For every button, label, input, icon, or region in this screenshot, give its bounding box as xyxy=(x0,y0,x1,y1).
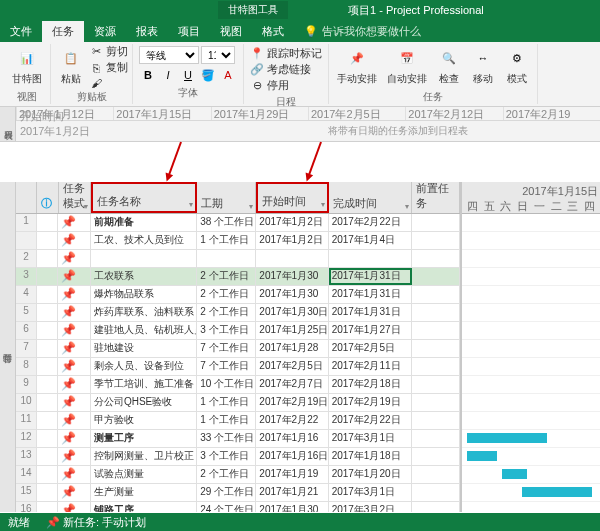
cell-name[interactable]: 控制网测量、卫片校正 xyxy=(91,448,197,465)
cell-indicator[interactable] xyxy=(37,466,58,483)
cell-indicator[interactable] xyxy=(37,394,58,411)
cell-end[interactable]: 2017年3月1日 xyxy=(329,484,413,501)
cell-start[interactable]: 2017年1月30 xyxy=(256,502,328,512)
cell-name[interactable]: 驻地建设 xyxy=(91,340,197,357)
cell-indicator[interactable] xyxy=(37,214,58,231)
gantt-bar[interactable] xyxy=(502,469,527,479)
cell-duration[interactable]: 33 个工作日 xyxy=(197,430,256,447)
cell-mode[interactable]: 📌 xyxy=(58,322,91,339)
cell-duration[interactable]: 3 个工作日 xyxy=(197,448,256,465)
cell-pred[interactable] xyxy=(412,502,460,512)
cell-indicator[interactable] xyxy=(37,412,58,429)
col-task-mode[interactable]: 任务模式▾ xyxy=(59,182,92,213)
mode-button[interactable]: ⚙模式 xyxy=(501,44,533,88)
cell-pred[interactable] xyxy=(412,376,460,393)
cell-rownum[interactable]: 11 xyxy=(16,412,37,429)
cell-indicator[interactable] xyxy=(37,484,58,501)
cell-mode[interactable]: 📌 xyxy=(58,376,91,393)
cell-rownum[interactable]: 12 xyxy=(16,430,37,447)
cell-mode[interactable]: 📌 xyxy=(58,466,91,483)
track-mark-button[interactable]: 📍跟踪时标记 xyxy=(250,46,322,61)
cell-start[interactable]: 2017年1月16 xyxy=(256,430,328,447)
cell-start[interactable]: 2017年1月30 xyxy=(256,286,328,303)
cell-end[interactable] xyxy=(329,250,413,267)
cell-start[interactable]: 2017年1月21 xyxy=(256,484,328,501)
cell-end[interactable]: 2017年1月31日 xyxy=(329,286,413,303)
cell-name[interactable]: 炸药库联系、油料联系 xyxy=(91,304,197,321)
cell-mode[interactable]: 📌 xyxy=(58,286,91,303)
cell-start[interactable]: 2017年1月30 xyxy=(256,268,328,285)
copy-button[interactable]: ⎘复制 xyxy=(89,60,128,75)
cell-end[interactable]: 2017年2月5日 xyxy=(329,340,413,357)
cell-rownum[interactable]: 1 xyxy=(16,214,37,231)
cell-start[interactable]: 2017年1月19 xyxy=(256,466,328,483)
cell-start[interactable]: 2017年1月2日 xyxy=(256,232,328,249)
cell-rownum[interactable]: 9 xyxy=(16,376,37,393)
table-row[interactable]: 15📌生产测量29 个工作日2017年1月212017年3月1日 xyxy=(16,484,460,502)
cell-indicator[interactable] xyxy=(37,232,58,249)
cell-duration[interactable]: 1 个工作日 xyxy=(197,412,256,429)
cell-duration[interactable]: 38 个工作日 xyxy=(197,214,256,231)
manual-schedule-button[interactable]: 📌手动安排 xyxy=(333,44,381,88)
cell-end[interactable]: 2017年2月11日 xyxy=(329,358,413,375)
tab-project[interactable]: 项目 xyxy=(168,21,210,42)
cell-mode[interactable]: 📌 xyxy=(58,340,91,357)
cell-indicator[interactable] xyxy=(37,340,58,357)
cell-end[interactable]: 2017年1月31日 xyxy=(329,304,413,321)
tab-resource[interactable]: 资源 xyxy=(84,21,126,42)
tab-view[interactable]: 视图 xyxy=(210,21,252,42)
cell-mode[interactable]: 📌 xyxy=(58,394,91,411)
cell-pred[interactable] xyxy=(412,304,460,321)
cell-pred[interactable] xyxy=(412,466,460,483)
table-row[interactable]: 📌工农、技术人员到位1 个工作日2017年1月2日2017年1月4日 xyxy=(16,232,460,250)
cell-indicator[interactable] xyxy=(37,448,58,465)
cell-duration[interactable]: 29 个工作日 xyxy=(197,484,256,501)
cell-start[interactable]: 2017年1月25日 xyxy=(256,322,328,339)
cell-rownum[interactable]: 5 xyxy=(16,304,37,321)
table-row[interactable]: 14📌试验点测量2 个工作日2017年1月192017年1月20日 xyxy=(16,466,460,484)
col-finish[interactable]: 完成时间▾ xyxy=(329,182,413,213)
cell-name[interactable]: 剩余人员、设备到位 xyxy=(91,358,197,375)
cell-pred[interactable] xyxy=(412,322,460,339)
table-row[interactable]: 2📌 xyxy=(16,250,460,268)
cell-end[interactable]: 2017年1月31日 xyxy=(329,268,413,285)
col-rownum[interactable] xyxy=(16,182,37,213)
cell-name[interactable]: 生产测量 xyxy=(91,484,197,501)
cell-start[interactable]: 2017年1月16日 xyxy=(256,448,328,465)
cell-duration[interactable]: 24 个工作日 xyxy=(197,502,256,512)
respect-links-button[interactable]: 🔗考虑链接 xyxy=(250,62,322,77)
cell-pred[interactable] xyxy=(412,394,460,411)
cell-name[interactable]: 测量工序 xyxy=(91,430,197,447)
cell-rownum[interactable]: 14 xyxy=(16,466,37,483)
cell-mode[interactable]: 📌 xyxy=(58,250,91,267)
cell-name[interactable]: 建驻地人员、钻机班人员到位 xyxy=(91,322,197,339)
table-row[interactable]: 1📌前期准备38 个工作日2017年1月2日2017年2月22日 xyxy=(16,214,460,232)
cell-mode[interactable]: 📌 xyxy=(58,268,91,285)
cell-name[interactable]: 工农、技术人员到位 xyxy=(91,232,197,249)
cell-start[interactable]: 2017年2月7日 xyxy=(256,376,328,393)
gantt-bar[interactable] xyxy=(467,451,497,461)
cell-rownum[interactable]: 13 xyxy=(16,448,37,465)
cell-mode[interactable]: 📌 xyxy=(58,304,91,321)
cell-name[interactable]: 分公司QHSE验收 xyxy=(91,394,197,411)
tab-report[interactable]: 报表 xyxy=(126,21,168,42)
cell-start[interactable]: 2017年1月30日 xyxy=(256,304,328,321)
col-duration[interactable]: 工期▾ xyxy=(197,182,256,213)
cell-rownum[interactable]: 8 xyxy=(16,358,37,375)
cell-duration[interactable]: 10 个工作日 xyxy=(197,376,256,393)
tab-format[interactable]: 格式 xyxy=(252,21,294,42)
cell-end[interactable]: 2017年2月22日 xyxy=(329,214,413,231)
cell-pred[interactable] xyxy=(412,358,460,375)
cell-rownum[interactable]: 4 xyxy=(16,286,37,303)
table-row[interactable]: 8📌剩余人员、设备到位7 个工作日2017年2月5日2017年2月11日 xyxy=(16,358,460,376)
underline-button[interactable]: U xyxy=(179,66,197,84)
col-start[interactable]: 开始时间▾ xyxy=(256,182,328,213)
cell-start[interactable]: 2017年2月5日 xyxy=(256,358,328,375)
cut-button[interactable]: ✂剪切 xyxy=(89,44,128,59)
deactivate-button[interactable]: ⊖停用 xyxy=(250,78,322,93)
cell-start[interactable]: 2017年2月22 xyxy=(256,412,328,429)
cell-pred[interactable] xyxy=(412,448,460,465)
cell-end[interactable]: 2017年3月2日 xyxy=(329,502,413,512)
cell-pred[interactable] xyxy=(412,268,460,285)
cell-mode[interactable]: 📌 xyxy=(58,358,91,375)
